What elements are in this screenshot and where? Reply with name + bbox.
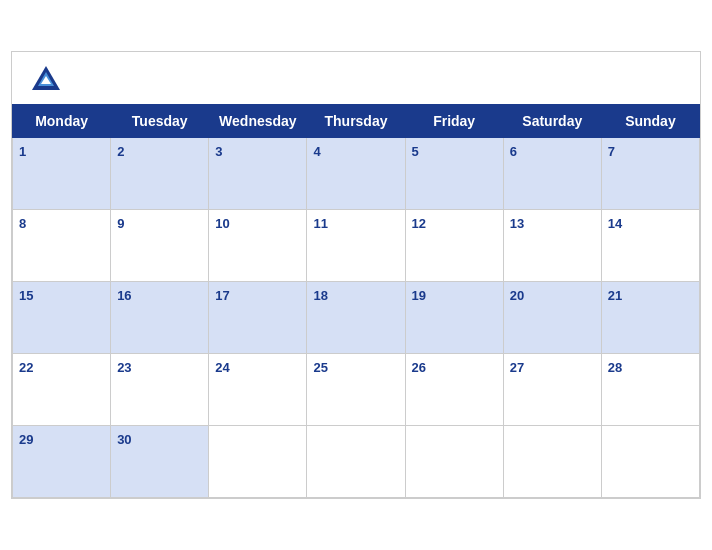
calendar-week-row: 1234567	[13, 138, 700, 210]
day-number: 6	[510, 144, 517, 159]
calendar-week-row: 22232425262728	[13, 354, 700, 426]
day-number: 4	[313, 144, 320, 159]
calendar-cell: 13	[503, 210, 601, 282]
day-number: 2	[117, 144, 124, 159]
calendar-cell: 12	[405, 210, 503, 282]
weekday-header-thursday: Thursday	[307, 105, 405, 138]
weekday-header-row: MondayTuesdayWednesdayThursdayFridaySatu…	[13, 105, 700, 138]
calendar-container: MondayTuesdayWednesdayThursdayFridaySatu…	[11, 51, 701, 499]
calendar-cell: 7	[601, 138, 699, 210]
calendar-cell	[405, 426, 503, 498]
calendar-cell: 1	[13, 138, 111, 210]
weekday-header-wednesday: Wednesday	[209, 105, 307, 138]
calendar-cell: 22	[13, 354, 111, 426]
calendar-cell: 19	[405, 282, 503, 354]
calendar-cell: 23	[111, 354, 209, 426]
calendar-header	[12, 52, 700, 104]
day-number: 28	[608, 360, 622, 375]
day-number: 1	[19, 144, 26, 159]
logo-area	[28, 62, 68, 98]
day-number: 7	[608, 144, 615, 159]
calendar-cell: 29	[13, 426, 111, 498]
calendar-cell: 20	[503, 282, 601, 354]
calendar-cell: 15	[13, 282, 111, 354]
weekday-header-saturday: Saturday	[503, 105, 601, 138]
calendar-cell: 28	[601, 354, 699, 426]
calendar-cell: 16	[111, 282, 209, 354]
day-number: 30	[117, 432, 131, 447]
day-number: 5	[412, 144, 419, 159]
calendar-table: MondayTuesdayWednesdayThursdayFridaySatu…	[12, 104, 700, 498]
calendar-cell	[307, 426, 405, 498]
day-number: 29	[19, 432, 33, 447]
day-number: 27	[510, 360, 524, 375]
day-number: 3	[215, 144, 222, 159]
day-number: 10	[215, 216, 229, 231]
calendar-week-row: 891011121314	[13, 210, 700, 282]
weekday-header-tuesday: Tuesday	[111, 105, 209, 138]
day-number: 9	[117, 216, 124, 231]
calendar-cell: 8	[13, 210, 111, 282]
calendar-cell	[209, 426, 307, 498]
day-number: 21	[608, 288, 622, 303]
day-number: 24	[215, 360, 229, 375]
weekday-header-sunday: Sunday	[601, 105, 699, 138]
day-number: 22	[19, 360, 33, 375]
logo-icon	[28, 62, 64, 98]
calendar-cell: 4	[307, 138, 405, 210]
calendar-cell: 26	[405, 354, 503, 426]
calendar-cell: 18	[307, 282, 405, 354]
calendar-cell: 2	[111, 138, 209, 210]
calendar-cell: 11	[307, 210, 405, 282]
day-number: 23	[117, 360, 131, 375]
calendar-cell: 25	[307, 354, 405, 426]
day-number: 14	[608, 216, 622, 231]
weekday-header-monday: Monday	[13, 105, 111, 138]
calendar-cell	[601, 426, 699, 498]
calendar-cell: 9	[111, 210, 209, 282]
day-number: 16	[117, 288, 131, 303]
calendar-cell: 10	[209, 210, 307, 282]
calendar-cell: 21	[601, 282, 699, 354]
calendar-cell: 27	[503, 354, 601, 426]
calendar-cell: 14	[601, 210, 699, 282]
calendar-cell: 24	[209, 354, 307, 426]
calendar-cell	[503, 426, 601, 498]
day-number: 25	[313, 360, 327, 375]
day-number: 26	[412, 360, 426, 375]
calendar-cell: 5	[405, 138, 503, 210]
weekday-header-friday: Friday	[405, 105, 503, 138]
day-number: 17	[215, 288, 229, 303]
day-number: 11	[313, 216, 327, 231]
day-number: 18	[313, 288, 327, 303]
day-number: 12	[412, 216, 426, 231]
day-number: 19	[412, 288, 426, 303]
calendar-week-row: 2930	[13, 426, 700, 498]
day-number: 13	[510, 216, 524, 231]
day-number: 20	[510, 288, 524, 303]
day-number: 15	[19, 288, 33, 303]
calendar-cell: 3	[209, 138, 307, 210]
calendar-cell: 6	[503, 138, 601, 210]
calendar-cell: 17	[209, 282, 307, 354]
day-number: 8	[19, 216, 26, 231]
calendar-week-row: 15161718192021	[13, 282, 700, 354]
calendar-cell: 30	[111, 426, 209, 498]
